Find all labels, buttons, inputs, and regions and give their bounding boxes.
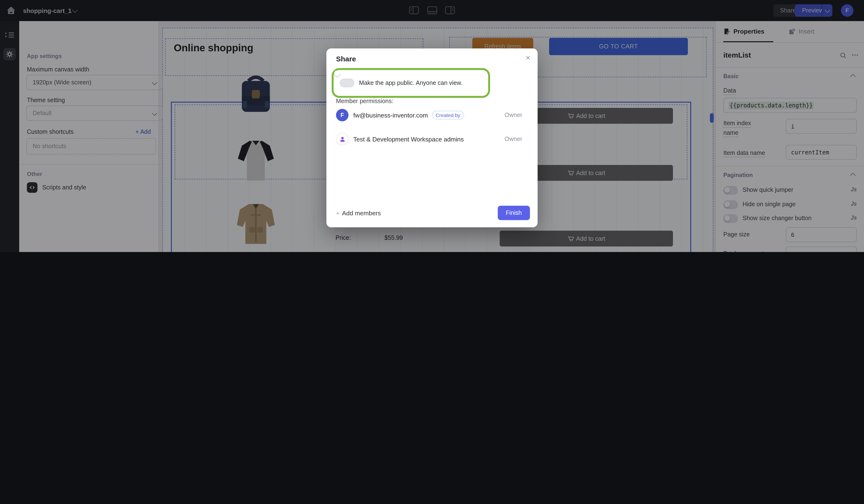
share-modal-title: Share — [336, 55, 356, 63]
share-modal: Share × Make the app public. Anyone can … — [326, 48, 538, 227]
public-toggle-label: Make the app public. Anyone can view. — [359, 79, 463, 86]
member-role[interactable]: Owner — [504, 136, 522, 143]
public-toggle-highlight: Make the app public. Anyone can view. — [332, 68, 490, 98]
member-name: Test & Development Workspace admins — [353, 135, 464, 143]
add-members-button[interactable]: +Add members — [336, 210, 381, 217]
group-avatar-icon — [336, 133, 348, 145]
member-role[interactable]: Owner — [504, 112, 522, 119]
finish-button[interactable]: Finish — [497, 206, 530, 220]
member-name: fw@business-inventor.com — [353, 111, 428, 119]
app-window: shopping-cart_1 Share Preview F ? App se… — [0, 0, 864, 252]
plus-icon: + — [336, 210, 339, 217]
member-avatar: F — [336, 109, 348, 121]
created-by-badge: Created by — [432, 111, 464, 120]
add-members-label: Add members — [342, 210, 381, 217]
close-icon[interactable]: × — [526, 53, 530, 63]
member-row: Ffw@business-inventor.comCreated byOwner — [336, 103, 530, 127]
member-row: Test & Development Workspace adminsOwner — [336, 127, 530, 151]
public-toggle[interactable] — [340, 79, 354, 87]
